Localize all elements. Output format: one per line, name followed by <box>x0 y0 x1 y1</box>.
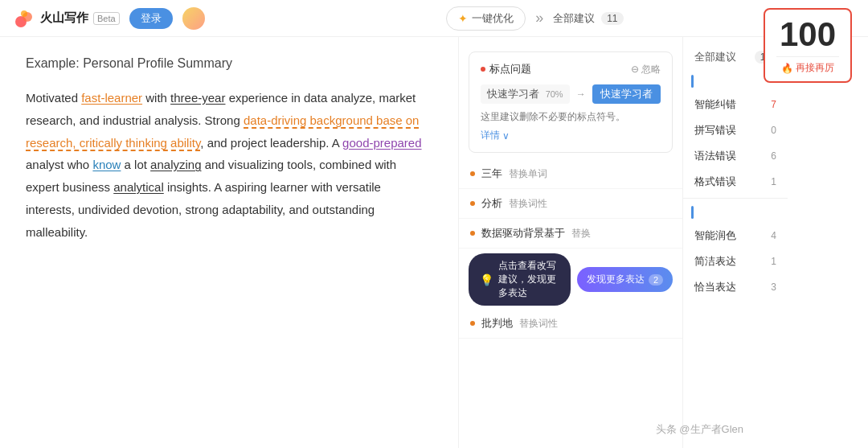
chevron-down-icon: ∨ <box>502 130 510 142</box>
item-sub: 替换 <box>571 227 591 240</box>
right-item-intelligent-correction[interactable]: 智能纠错 7 <box>683 92 788 117</box>
highlight-three-year: three-year <box>170 91 225 105</box>
right-item-concise[interactable]: 简洁表达 1 <box>683 249 788 274</box>
login-button[interactable]: 登录 <box>129 8 173 29</box>
more-button[interactable]: » <box>532 10 547 27</box>
item-label: 分析 <box>481 196 502 211</box>
right-item-label: 智能纠错 <box>694 97 736 112</box>
topbar-center: ✦ 一键优化 » 全部建议 11 <box>215 6 855 31</box>
avatar <box>182 7 205 30</box>
text-motivated: Motivated <box>26 91 81 105</box>
right-divider <box>683 198 788 199</box>
highlight-analyzing: analyzing <box>150 158 201 171</box>
item-dot <box>470 231 475 236</box>
item-sub: 替换单词 <box>509 167 547 181</box>
discover-label: 发现更多表达 <box>587 273 645 286</box>
right-item-label: 智能润色 <box>694 228 736 243</box>
item-dot <box>470 201 475 206</box>
right-item-label: 简洁表达 <box>694 254 736 269</box>
card-dot <box>481 67 485 72</box>
optimize-button[interactable]: ✦ 一键优化 <box>446 6 526 31</box>
logo-text: 火山写作 <box>40 10 88 26</box>
item-dot <box>470 171 475 176</box>
right-panel: 全部建议 11 智能纠错 7 拼写错误 0 语法错误 6 格式错误 1 智能 <box>683 37 788 448</box>
bulb-icon: 💡 <box>480 273 493 286</box>
item-sub: 替换词性 <box>509 197 547 211</box>
suggestion-item-data-driving[interactable]: 数据驱动背景基于 替换 <box>459 219 682 249</box>
right-section-title: 全部建议 <box>694 50 736 64</box>
card-tag: 标点问题 <box>481 62 531 76</box>
score-label: 🔥 再接再厉 <box>776 61 839 75</box>
item-dot <box>470 321 475 326</box>
beta-badge: Beta <box>93 12 120 25</box>
right-item-label: 语法错误 <box>694 149 736 163</box>
card-desc: 这里建议删除不必要的标点符号。 <box>481 110 661 124</box>
logo-icon <box>13 7 35 30</box>
item-sub: 替换词性 <box>519 317 558 331</box>
right-item-label: 格式错误 <box>694 175 736 189</box>
right-item-appropriate[interactable]: 恰当表达 3 <box>683 274 788 300</box>
word-score: 70% <box>546 89 563 99</box>
right-item-count: 7 <box>771 99 776 110</box>
accent-bar-2 <box>691 206 694 219</box>
right-item-count: 6 <box>771 150 776 162</box>
score-emoji: 🔥 <box>781 63 793 74</box>
text-alot: a lot <box>121 158 150 171</box>
discover-badge: 2 <box>649 274 663 286</box>
right-item-spelling[interactable]: 拼写错误 0 <box>683 117 788 143</box>
card-ignore[interactable]: ⊖ 忽略 <box>631 63 661 76</box>
score-number: 100 <box>776 18 839 51</box>
score-box: 100 🔥 再接再厉 <box>764 8 852 83</box>
watermark: 头条 @生产者Glen <box>656 422 743 437</box>
word-options: 快速学习者 70% → 快速学习者 <box>481 84 661 104</box>
right-item-count: 1 <box>771 256 776 267</box>
item-label: 批判地 <box>481 316 513 331</box>
editor-area: Example: Personal Profile Summary Motiva… <box>0 37 458 448</box>
right-accent-group-2 <box>683 202 788 223</box>
right-item-count: 1 <box>771 176 776 187</box>
spark-icon: ✦ <box>458 12 468 25</box>
item-label: 数据驱动背景基于 <box>481 226 565 240</box>
accent-bar <box>691 75 694 88</box>
ignore-icon: ⊖ <box>631 64 639 75</box>
right-item-grammar[interactable]: 语法错误 6 <box>683 143 788 169</box>
tooltip-hint: 💡 点击查看改写建议，发现更多表达 <box>469 253 571 306</box>
main-layout: Example: Personal Profile Summary Motiva… <box>0 37 868 448</box>
right-item-label: 拼写错误 <box>694 123 736 138</box>
suggestion-card-punctuation: 标点问题 ⊖ 忽略 快速学习者 70% → 快速学习者 这里建议删除不必要的标点… <box>469 51 673 153</box>
card-title: 标点问题 <box>489 62 531 76</box>
suggestion-item-critically[interactable]: 批判地 替换词性 <box>459 309 682 339</box>
text-and: , and project leadership. A <box>200 136 342 150</box>
card-detail[interactable]: 详情 ∨ <box>481 129 661 142</box>
suggestions-label: 全部建议 <box>553 11 595 26</box>
right-item-format[interactable]: 格式错误 1 <box>683 169 788 195</box>
right-item-count: 4 <box>771 230 776 241</box>
right-item-label: 恰当表达 <box>694 280 736 294</box>
highlight-analytical: analytical <box>113 180 164 194</box>
optimize-label: 一键优化 <box>472 11 514 26</box>
suggestions-count: 11 <box>601 12 623 25</box>
word-suggestion[interactable]: 快速学习者 <box>592 84 661 104</box>
right-item-polish[interactable]: 智能润色 4 <box>683 223 788 249</box>
suggestion-item-analyze[interactable]: 分析 替换词性 <box>459 189 682 219</box>
right-item-count: 3 <box>771 282 776 293</box>
data-driving-row: 数据驱动背景基于 替换 💡 点击查看改写建议，发现更多表达 发现更多表达 2 <box>459 219 682 309</box>
arrow-icon: → <box>576 88 586 100</box>
right-item-count: 0 <box>771 125 776 136</box>
tooltip-row: 💡 点击查看改写建议，发现更多表达 发现更多表达 2 <box>459 249 682 309</box>
doc-content: Motivated fast-learner with three-year e… <box>26 87 432 243</box>
doc-title: Example: Personal Profile Summary <box>26 56 432 71</box>
svg-point-2 <box>21 10 27 17</box>
highlight-fast-learner: fast-learner <box>81 91 142 105</box>
card-header: 标点问题 ⊖ 忽略 <box>481 62 661 76</box>
item-label: 三年 <box>481 166 502 181</box>
score-divider <box>776 56 839 57</box>
highlight-know: know <box>92 158 121 171</box>
score-text: 再接再厉 <box>796 61 834 75</box>
ignore-label: 忽略 <box>641 63 661 76</box>
suggestion-item-three-year[interactable]: 三年 替换单词 <box>459 159 682 189</box>
discover-button[interactable]: 发现更多表达 2 <box>577 267 673 292</box>
highlight-good-prepared: good-prepared <box>342 136 421 150</box>
text-with: with <box>142 91 170 105</box>
middle-panel: 标点问题 ⊖ 忽略 快速学习者 70% → 快速学习者 这里建议删除不必要的标点… <box>458 37 683 448</box>
